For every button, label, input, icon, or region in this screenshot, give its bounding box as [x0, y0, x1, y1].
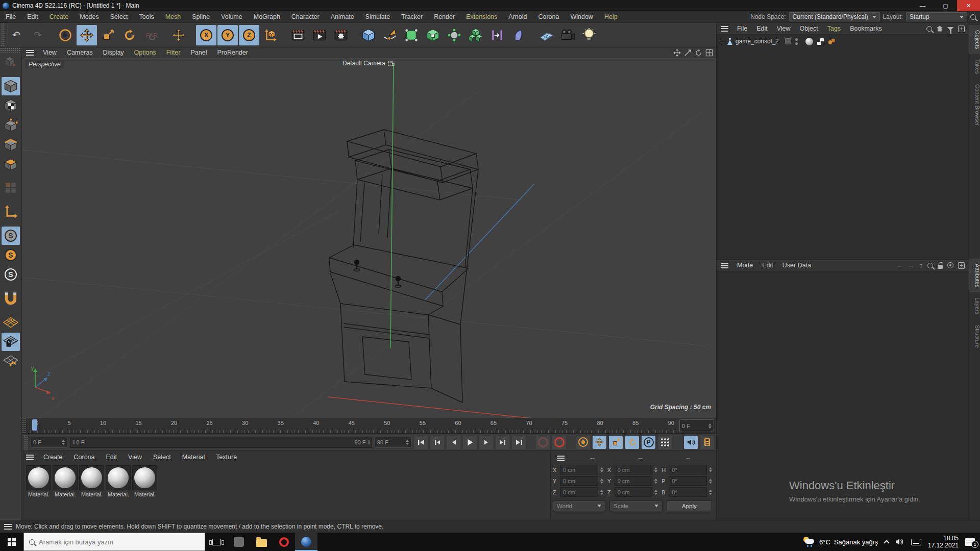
spinner-arrows-icon[interactable] — [709, 479, 712, 484]
obj-menu-object[interactable]: Object — [795, 23, 823, 35]
timeline-ruler[interactable]: 0 5 10 15 20 25 30 35 40 45 50 55 60 65 … — [30, 418, 678, 433]
palette-grip[interactable] — [0, 47, 21, 53]
menu-volume[interactable]: Volume — [215, 11, 248, 23]
current-frame-spinner[interactable]: 0 F — [31, 437, 67, 448]
scale-z-field[interactable]: 0 cm — [615, 487, 653, 497]
obj-menu-tags[interactable]: Tags — [823, 23, 845, 35]
material-tag-icon[interactable] — [805, 38, 813, 45]
render-view-button[interactable] — [288, 25, 308, 45]
position-z-field[interactable]: 0 cm — [560, 487, 598, 497]
menu-mograph[interactable]: MoGraph — [248, 11, 286, 23]
rotation-b-field[interactable]: 0° — [669, 487, 707, 497]
frame-range-slider[interactable]: ‖ 0 F 90 F ‖ — [70, 437, 372, 448]
history-back-icon[interactable]: ← — [896, 261, 903, 269]
tray-expand-icon[interactable] — [884, 540, 889, 545]
range-left-handle[interactable]: ‖ — [70, 439, 77, 445]
spinner-arrows-icon[interactable] — [654, 467, 657, 472]
undo-button[interactable]: ↶ — [6, 25, 27, 45]
rotate-tool-button[interactable] — [119, 25, 140, 45]
taskbar-weather[interactable]: 6°C Sağanak yağış — [803, 537, 878, 547]
pinned-app-button[interactable] — [228, 533, 250, 551]
pan-view-icon[interactable] — [673, 49, 681, 57]
mat-menu-edit[interactable]: Edit — [101, 452, 123, 463]
menu-character[interactable]: Character — [286, 11, 325, 23]
key-position-button[interactable] — [593, 436, 606, 449]
mat-menu-select[interactable]: Select — [148, 452, 177, 463]
align-workplane-button[interactable] — [2, 352, 20, 370]
material-item[interactable]: Material. — [132, 465, 158, 497]
spline-wrap-button[interactable] — [487, 25, 507, 45]
lock-y-axis-button[interactable]: Y — [217, 25, 238, 45]
visibility-dots[interactable] — [795, 38, 798, 45]
home-icon[interactable] — [937, 26, 943, 32]
tab-structure[interactable]: Structure — [969, 320, 980, 353]
autokey-button[interactable] — [576, 436, 590, 449]
attr-menu-userdata[interactable]: User Data — [778, 260, 816, 271]
move-tool-button[interactable] — [77, 25, 97, 45]
rotate-view-icon[interactable] — [695, 49, 702, 57]
coordinate-system-button[interactable] — [260, 25, 281, 45]
redo-button[interactable]: ↷ — [28, 25, 48, 45]
material-item[interactable]: Material. — [53, 465, 78, 497]
menu-create[interactable]: Create — [44, 11, 75, 23]
vp-menu-panel[interactable]: Panel — [185, 47, 212, 58]
menu-tools[interactable]: Tools — [134, 11, 160, 23]
obj-menu-file[interactable]: File — [732, 23, 752, 35]
track-icon[interactable] — [947, 262, 953, 268]
attr-menu-edit[interactable]: Edit — [757, 260, 778, 271]
coordinate-menu-icon[interactable] — [557, 456, 565, 461]
camera-label[interactable]: Default Camera — [342, 60, 395, 67]
material-item[interactable]: Material. — [79, 465, 105, 497]
vp-menu-options[interactable]: Options — [129, 47, 161, 58]
menu-tracker[interactable]: Tracker — [396, 11, 428, 23]
camera-small-icon[interactable] — [387, 61, 395, 66]
edge-mode-button[interactable] — [2, 135, 20, 154]
play-button[interactable] — [463, 436, 477, 449]
pen-spline-button[interactable] — [380, 25, 400, 45]
filter-icon[interactable] — [947, 27, 953, 31]
global-move-button[interactable] — [168, 25, 189, 45]
menu-mesh[interactable]: Mesh — [160, 11, 187, 23]
close-button[interactable]: ✕ — [957, 0, 980, 11]
render-picture-viewer-button[interactable] — [309, 25, 330, 45]
status-menu-icon[interactable] — [4, 524, 12, 530]
vp-menu-view[interactable]: View — [38, 47, 62, 58]
key-scale-button[interactable] — [609, 436, 623, 449]
object-name[interactable]: game_consol_2 — [736, 38, 779, 45]
range-right-handle[interactable]: ‖ — [365, 439, 372, 445]
next-key-button[interactable] — [496, 436, 509, 449]
cinema4d-taskbar-button[interactable] — [295, 533, 317, 551]
tab-content-browser[interactable]: Content Browser — [969, 79, 980, 131]
vp-menu-display[interactable]: Display — [98, 47, 129, 58]
rotation-h-field[interactable]: 0° — [669, 465, 707, 474]
bend-deformer-button[interactable] — [508, 25, 529, 45]
toggle-views-icon[interactable] — [705, 49, 713, 57]
extrude-object-button[interactable] — [423, 25, 443, 45]
lock-workplane-button[interactable] — [2, 333, 20, 351]
key-rotation-button[interactable] — [625, 436, 639, 449]
transport-grip[interactable] — [24, 434, 28, 450]
material-item[interactable]: Material. — [106, 465, 131, 497]
mat-menu-view[interactable]: View — [122, 452, 148, 463]
key-parameter-button[interactable]: P — [642, 436, 655, 449]
node-space-dropdown[interactable]: Current (Standard/Physical) — [789, 12, 880, 21]
tab-takes[interactable]: Takes — [969, 54, 980, 79]
add-icon[interactable]: + — [958, 26, 965, 32]
goto-end-button[interactable] — [512, 436, 526, 449]
object-row[interactable]: game_consol_2 — [717, 36, 969, 47]
attr-menu-mode[interactable]: Mode — [732, 260, 757, 271]
spinner-arrows-icon[interactable] — [62, 440, 65, 445]
spinner-arrows-icon[interactable] — [708, 423, 712, 429]
add-cube-button[interactable] — [358, 25, 379, 45]
ruler-frame-spinner[interactable]: 0 F — [679, 419, 714, 432]
touch-keyboard-icon[interactable] — [911, 539, 921, 545]
vp-menu-filter[interactable]: Filter — [161, 47, 186, 58]
enable-axis-button[interactable] — [2, 203, 20, 221]
material-preview-sphere[interactable] — [106, 465, 131, 490]
menu-spline[interactable]: Spline — [186, 11, 215, 23]
obj-menu-bookmarks[interactable]: Bookmarks — [845, 23, 887, 35]
coordinate-system-dropdown[interactable]: World — [553, 500, 605, 511]
layout-dropdown[interactable]: Startup — [906, 12, 967, 21]
search-input[interactable] — [39, 538, 182, 546]
menu-simulate[interactable]: Simulate — [360, 11, 396, 23]
